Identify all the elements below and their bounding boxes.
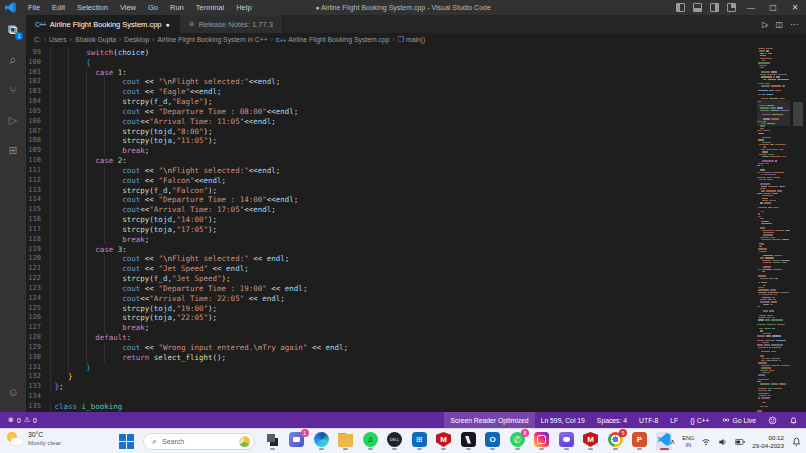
breadcrumb-segment[interactable]: Airline Flight Booking System in C++ <box>157 36 267 43</box>
menu-item-go[interactable]: Go <box>142 0 164 15</box>
extensions-icon[interactable]: ⊞ <box>0 135 26 165</box>
minimap[interactable] <box>757 48 790 437</box>
customize-layout-icon[interactable] <box>727 3 736 12</box>
code-line[interactable]: 119 case 3: <box>26 245 757 255</box>
split-editor-icon[interactable]: ◫ <box>775 20 783 29</box>
run-debug-icon[interactable]: ▷ <box>0 105 26 135</box>
code-line[interactable]: 105 cout << "Departure Time : 08:00"<<en… <box>26 107 757 117</box>
file-explorer-icon[interactable] <box>338 432 354 451</box>
code-line[interactable]: 135 class i_booking <box>26 402 757 412</box>
breadcrumb-segment[interactable]: Users <box>49 36 67 43</box>
source-control-icon[interactable]: ⑂ <box>0 75 26 105</box>
restore-button[interactable]: ▢ <box>762 0 784 15</box>
toggle-sidebar-icon[interactable] <box>676 3 685 12</box>
code-line[interactable]: 128 default: <box>26 333 757 343</box>
code-line[interactable]: 124 cout<<"Arrival Time: 22:05" << endl; <box>26 294 757 304</box>
breadcrumb-segment[interactable]: Shalok Gupta <box>75 36 116 43</box>
taskbar-search[interactable]: ⌕ Search <box>143 433 255 450</box>
tray-overflow-chevron-icon[interactable]: ∧ <box>670 438 675 446</box>
search-icon[interactable]: ⌕ <box>0 45 26 75</box>
editor-tab[interactable]: ≣Release Notes: 1.77.3 <box>180 15 283 33</box>
breadcrumb-file[interactable]: Airline Flight Booking System.cpp <box>288 36 389 43</box>
whatsapp-icon[interactable]: 6 <box>509 432 525 451</box>
mcafee-2-icon[interactable]: M <box>583 432 599 451</box>
go-live-button[interactable]: Go Live <box>716 412 762 428</box>
eol-sequence[interactable]: LF <box>664 412 684 428</box>
code-line[interactable]: 132 } <box>26 372 757 382</box>
code-line[interactable]: 112 cout << "Falcon"<<endl; <box>26 176 757 186</box>
purple-app-icon[interactable] <box>558 432 574 451</box>
code-line[interactable]: 126 strcpy(toja,"22:05"); <box>26 313 757 323</box>
start-button[interactable] <box>118 434 134 450</box>
code-line[interactable]: 102 cout << "\nFlight selected:"<<endl; <box>26 77 757 87</box>
code-line[interactable]: 131 } <box>26 363 757 373</box>
outlook-icon[interactable]: O <box>485 432 501 451</box>
modified-dot-icon[interactable]: ● <box>166 21 170 28</box>
code-line[interactable]: 125 strcpy(tojd,"19:00"); <box>26 304 757 314</box>
toggle-panel-icon[interactable] <box>693 3 702 12</box>
chrome-icon[interactable]: 5 <box>607 432 623 451</box>
code-line[interactable]: 111 cout << "\nFlight selected:"<<endl; <box>26 166 757 176</box>
code-line[interactable]: 99 switch(choice) <box>26 48 757 58</box>
code-line[interactable]: 130 return select_flight(); <box>26 353 757 363</box>
menu-item-file[interactable]: File <box>22 0 46 15</box>
code-line[interactable]: 101 case 1: <box>26 68 757 78</box>
notification-center-icon[interactable] <box>791 436 802 447</box>
teams-chat-icon[interactable]: 1 <box>289 432 305 451</box>
minimize-button[interactable]: — <box>740 0 762 15</box>
feedback-smiley-icon[interactable] <box>762 412 783 428</box>
scrollbar-thumb[interactable] <box>793 102 803 126</box>
code-line[interactable]: 122 strcpy(f_d,"Jet Speed"); <box>26 274 757 284</box>
ms-store-icon[interactable]: ⊞ <box>411 432 427 451</box>
cursor-position[interactable]: Ln 599, Col 19 <box>535 412 591 428</box>
code-line[interactable]: 127 break; <box>26 323 757 333</box>
code-line[interactable]: 115 cout<<"Arrival Time: 17:05"<<endl; <box>26 205 757 215</box>
language-mode[interactable]: {} C++ <box>684 412 715 428</box>
encoding[interactable]: UTF-8 <box>633 412 664 428</box>
screen-reader-mode[interactable]: Screen Reader Optimized <box>444 412 534 428</box>
spotify-icon[interactable] <box>362 432 378 451</box>
code-line[interactable]: 120 cout << "\nFlight selected:" << endl… <box>26 254 757 264</box>
code-line[interactable]: 108 strcpy(toja,"11:05"); <box>26 136 757 146</box>
more-actions-icon[interactable]: ⋯ <box>790 20 798 29</box>
run-file-button[interactable]: ▷⌄ <box>762 20 768 29</box>
editor-tab[interactable]: C++Airline Flight Booking System.cpp● <box>26 15 180 33</box>
accounts-icon[interactable]: ☺ <box>0 377 26 407</box>
indentation[interactable]: Spaces: 4 <box>591 412 633 428</box>
toggle-secondary-sidebar-icon[interactable] <box>710 3 719 12</box>
battery-icon[interactable] <box>735 437 745 447</box>
code-line[interactable]: 116 strcpy(tojd,"14:00"); <box>26 215 757 225</box>
menu-item-terminal[interactable]: Terminal <box>190 0 230 15</box>
edge-icon[interactable] <box>313 432 329 451</box>
code-line[interactable]: 134 <box>26 392 757 402</box>
code-line[interactable]: 107 strcpy(tojd,"8:00"); <box>26 127 757 137</box>
menu-item-run[interactable]: Run <box>164 0 190 15</box>
menu-item-view[interactable]: View <box>114 0 142 15</box>
code-line[interactable]: 113 strcpy(f_d,"Falcon"); <box>26 186 757 196</box>
clock-widget[interactable]: 00:12 29-04-2023 <box>752 434 784 450</box>
code-line[interactable]: 103 cout << "Eagle"<<endl; <box>26 87 757 97</box>
instagram-icon[interactable] <box>534 432 550 451</box>
code-line[interactable]: 106 cout<<"Arrival Time: 11:05"<<endl; <box>26 117 757 127</box>
breadcrumb-segment[interactable]: C: <box>34 36 41 43</box>
dell-icon[interactable]: DELL <box>387 432 403 451</box>
code-editor[interactable]: 99 switch(choice)100 {101 case 1:102 cou… <box>26 46 806 437</box>
code-line[interactable]: 110 case 2: <box>26 156 757 166</box>
code-line[interactable]: 133 }; <box>26 382 757 392</box>
wifi-icon[interactable] <box>701 437 711 447</box>
code-line[interactable]: 121 cout << "Jet Speed" << endl; <box>26 264 757 274</box>
breadcrumb-segment[interactable]: Desktop <box>124 36 149 43</box>
menu-item-help[interactable]: Help <box>230 0 257 15</box>
code-line[interactable]: 117 strcpy(toja,"17:05"); <box>26 225 757 235</box>
code-line[interactable]: 104 strcpy(f_d,"Eagle"); <box>26 97 757 107</box>
vertical-scrollbar[interactable] <box>790 46 806 437</box>
code-line[interactable]: 129 cout << "Wrong input entered.\nTry a… <box>26 343 757 353</box>
volume-icon[interactable] <box>718 437 728 447</box>
powerpoint-icon[interactable]: P <box>632 432 648 451</box>
problems-indicator[interactable]: ⊗ 0 ⚠ 0 <box>6 416 39 424</box>
menu-item-selection[interactable]: Selection <box>71 0 114 15</box>
close-button[interactable]: ✕ <box>784 0 806 15</box>
language-indicator[interactable]: ENGIN <box>682 435 694 448</box>
explorer-icon[interactable]: ⧉ 1 <box>0 15 26 45</box>
task-view-icon[interactable] <box>264 432 280 451</box>
